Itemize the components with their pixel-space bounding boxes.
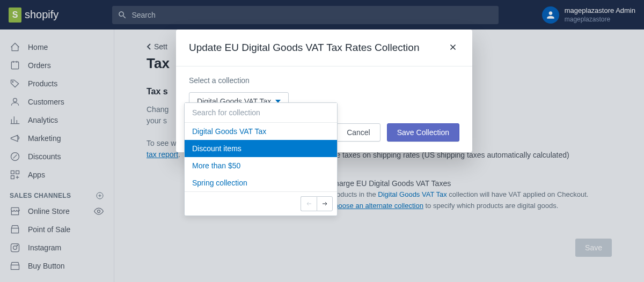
modal-title: Update EU Digital Goods VAT Tax Rates Co… [189,42,419,54]
close-icon [448,42,458,52]
collection-dropdown-panel: Digital Goods VAT Tax Discount items Mor… [184,102,338,216]
close-button[interactable] [447,40,459,55]
modal-label: Select a collection [189,76,459,85]
dropdown-option[interactable]: Digital Goods VAT Tax [185,123,337,140]
pager-prev[interactable] [301,196,317,211]
cancel-button[interactable]: Cancel [336,123,380,142]
pager-next[interactable] [317,196,333,211]
arrow-left-icon [305,201,313,207]
dropdown-option[interactable]: Discount items [185,140,337,157]
dropdown-option[interactable]: Spring collection [185,174,337,191]
collection-search-input[interactable] [185,103,337,123]
dropdown-option[interactable]: More than $50 [185,157,337,174]
arrow-right-icon [320,201,329,207]
save-collection-button[interactable]: Save Collection [387,123,459,142]
